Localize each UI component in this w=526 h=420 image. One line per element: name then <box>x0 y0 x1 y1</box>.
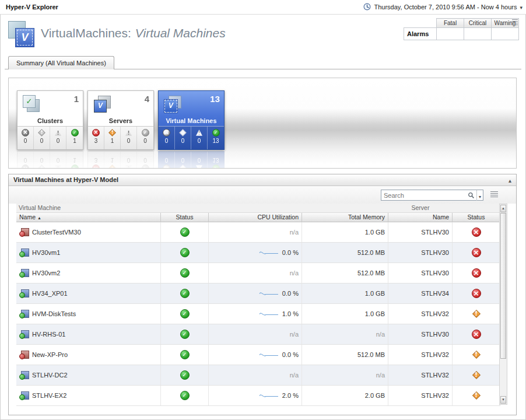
column-header-server-name[interactable]: Name <box>388 213 453 222</box>
virtual-machines-panel: Virtual Machines at Hyper-V Model Virtua… <box>8 174 517 415</box>
server-status-cell <box>453 345 500 365</box>
normal-status-icon <box>180 330 190 339</box>
server-name: STLHV32 <box>421 372 449 379</box>
tile-servers[interactable]: 4Servers3100 <box>87 90 154 150</box>
alarms-corner-cell <box>404 19 437 28</box>
server-name: STLHV30 <box>421 229 449 236</box>
total-memory-cell: 1.0 GB <box>302 284 388 303</box>
critical-status-icon <box>472 370 481 380</box>
total-memory-cell: n/a <box>302 324 388 344</box>
cpu-value: n/a <box>290 229 299 236</box>
total-memory-cell: 2.0 GB <box>302 386 388 405</box>
tile-count: 1 <box>74 94 79 104</box>
tile-label: Virtual Machines <box>159 117 224 124</box>
time-range-selector[interactable]: Thursday, October 7, 2010 9:56 AM - Now … <box>363 3 523 10</box>
server-status-cell <box>453 284 500 303</box>
server-name: STLHV32 <box>421 392 449 399</box>
page-title-prefix: VirtualMachines: <box>41 26 131 40</box>
server-name-cell: STLHV30 <box>388 222 453 242</box>
normal-status-icon <box>180 228 190 237</box>
column-header-server-status[interactable]: Status <box>453 213 500 222</box>
search-options-chevron-icon[interactable] <box>476 190 481 201</box>
column-header-total-memory[interactable]: Total Memory <box>302 213 388 222</box>
panel-header: Virtual Machines at Hyper-V Model <box>9 174 516 186</box>
column-header-status[interactable]: Status <box>161 213 209 222</box>
table-row[interactable]: HV30vm2n/a512.0 MBSTLHV30 <box>16 263 500 284</box>
column-header-cpu-utilization[interactable]: CPU Utilization <box>209 213 302 222</box>
server-name: STLHV30 <box>421 270 449 276</box>
table-row[interactable]: HV34_XP010.0 %1.0 GBSTLHV34 <box>16 284 500 304</box>
table-customizer-icon[interactable] <box>490 191 498 198</box>
column-header-name[interactable]: Name <box>16 213 161 222</box>
normal-status-icon <box>180 289 190 298</box>
alarms-options-icon[interactable] <box>512 19 518 26</box>
panel-title: Virtual Machines at Hyper-V Model <box>13 176 118 183</box>
sort-ascending-icon <box>37 214 41 220</box>
server-status-cell <box>453 304 500 324</box>
scroll-down-button[interactable] <box>500 396 506 404</box>
server-status-cell <box>453 365 500 385</box>
fatal-status-icon <box>472 289 481 298</box>
tab-summary-all-virtual-machines[interactable]: Summary (All Virtual Machines) <box>8 56 114 69</box>
vm-green-icon <box>19 289 29 298</box>
cpu-sparkline <box>259 351 279 359</box>
critical-icon <box>38 129 45 136</box>
vm-name-cell: New-XP-Pro <box>16 345 161 365</box>
vm-name-cell: HV30vm1 <box>16 243 161 262</box>
tile-status-count: 1 <box>111 138 114 144</box>
vm-name: HV34_XP01 <box>32 290 68 297</box>
table-row[interactable]: STLHV-DC2n/an/aSTLHV32 <box>16 365 500 386</box>
table-row[interactable]: HV-RHS-01n/an/aSTLHV30 <box>16 324 500 345</box>
server-name: STLHV32 <box>421 351 449 358</box>
table-row[interactable]: STLHV-EX22.0 %2.0 GBSTLHV32 <box>16 386 500 406</box>
vm-status-cell <box>161 222 209 242</box>
cpu-utilization-cell: n/a <box>209 222 302 242</box>
alarms-fatal-value[interactable] <box>437 28 464 40</box>
server-name: STLHV32 <box>421 310 449 317</box>
normal-status-icon <box>180 350 190 359</box>
scroll-up-button[interactable] <box>500 205 506 212</box>
page-title-name: Virtual Machines <box>135 26 226 40</box>
panel-collapse-icon[interactable] <box>509 174 511 186</box>
alarms-row-label: Alarms <box>404 28 437 40</box>
table-group-header: Virtual Machine Server <box>16 204 500 213</box>
alarms-warning-value[interactable] <box>492 28 519 40</box>
topology-tile-panel: 1Clusters00014Servers310013Virtual Machi… <box>8 78 517 169</box>
tile-status-fatal: 3 <box>88 127 104 149</box>
alarms-header-row: Fatal Critical Warning <box>404 19 519 28</box>
tile-status-strip: 0001 <box>17 126 83 149</box>
critical-icon <box>108 129 116 136</box>
group-header-virtual-machine: Virtual Machine <box>16 204 388 212</box>
search-icon[interactable] <box>468 192 475 199</box>
cpu-utilization-cell: 0.0 % <box>209 243 302 262</box>
tile-status-count: 0 <box>24 138 27 144</box>
table-row[interactable]: ClusterTestVM30n/a1.0 GBSTLHV30 <box>16 222 500 243</box>
table-row[interactable]: HV30vm10.0 %512.0 MBSTLHV30 <box>16 243 500 263</box>
tile-virtual-machines[interactable]: 13Virtual Machines00013 <box>158 90 225 150</box>
normal-status-icon <box>180 268 190 278</box>
tile-status-count: 0 <box>127 138 131 144</box>
total-memory-cell: 512.0 MB <box>302 345 388 365</box>
servers-tile-icon <box>92 94 112 114</box>
cpu-value: n/a <box>290 331 299 338</box>
tab-bar: Summary (All Virtual Machines) <box>5 56 521 69</box>
cpu-utilization-cell: n/a <box>209 263 302 283</box>
vm-name: HVM-DiskTests <box>32 310 76 317</box>
table-row[interactable]: New-XP-Pro0.0 %512.0 MBSTLHV32 <box>16 345 500 365</box>
group-header-server: Server <box>388 204 453 212</box>
vertical-scrollbar[interactable] <box>499 204 507 405</box>
fatal-icon <box>22 129 29 136</box>
search-input[interactable] <box>381 192 468 199</box>
vm-status-cell <box>161 345 209 365</box>
table-row[interactable]: HVM-DiskTests1.0 %1.0 GBSTLHV32 <box>16 304 500 324</box>
tile-status-count: 0 <box>198 138 201 144</box>
tile-clusters[interactable]: 1Clusters0001 <box>17 90 83 150</box>
scrollbar-thumb[interactable] <box>500 213 506 359</box>
critical-status-icon <box>472 309 481 318</box>
alarms-critical-value[interactable] <box>464 28 492 40</box>
total-memory-cell: 512.0 MB <box>302 263 388 283</box>
tile-status-fatal: 0 <box>159 127 175 149</box>
critical-status-icon <box>472 391 481 400</box>
normal-status-icon <box>180 370 190 380</box>
memory-value: n/a <box>376 331 385 338</box>
